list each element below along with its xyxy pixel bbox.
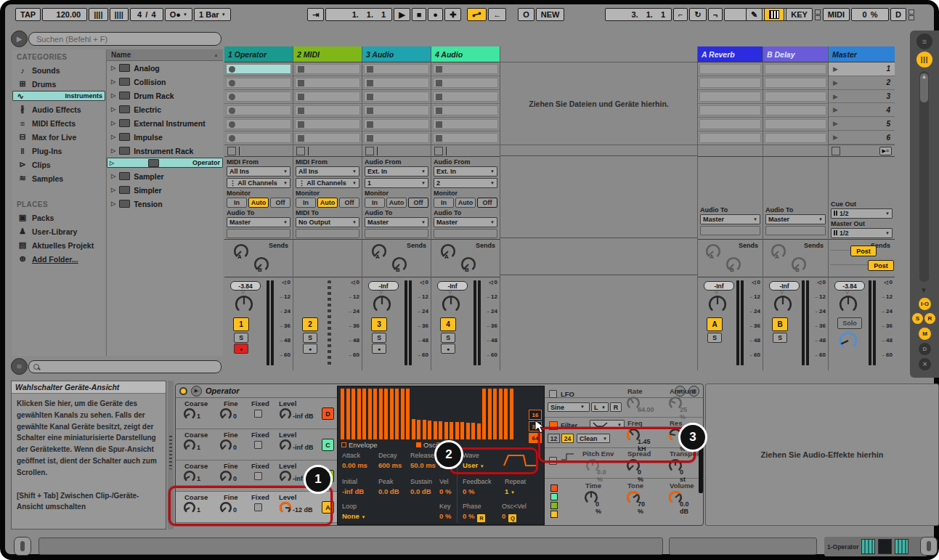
scene-slot[interactable]: ▶1 — [829, 62, 895, 76]
monitor-auto-button[interactable]: Auto — [455, 198, 476, 208]
initial-value[interactable]: -inf dB — [342, 487, 364, 495]
list-item-operator[interactable]: ▷Operator — [107, 158, 223, 168]
show-info-button[interactable] — [14, 537, 31, 556]
clip-launch-square[interactable] — [367, 80, 373, 86]
clip-slot[interactable] — [224, 62, 293, 76]
list-item[interactable]: ▷Sampler — [107, 169, 223, 183]
scroll-down-icon[interactable]: ▼ — [920, 286, 927, 294]
coarse-knob[interactable]: 1 — [183, 439, 200, 452]
sidebar-item-midi-effects[interactable]: ≡MIDI Effects — [12, 116, 105, 130]
harmonic-bar[interactable] — [412, 419, 415, 439]
fine-knob[interactable]: 0 — [219, 439, 237, 452]
arm-button[interactable]: ● — [303, 344, 317, 354]
scrollbar-thumb[interactable]: ▲ — [920, 73, 928, 102]
lfo-amount-knob[interactable]: 25 % — [668, 396, 683, 413]
volume-value[interactable]: -3.84 — [230, 281, 261, 291]
punch-in-button[interactable]: ⌐ — [673, 8, 688, 21]
pan-knob[interactable] — [708, 295, 727, 317]
fixed-checkbox[interactable] — [254, 472, 262, 480]
list-item[interactable]: ▷Simpler — [107, 183, 223, 197]
device-chip[interactable] — [861, 539, 875, 554]
clip-launch-circle[interactable] — [229, 66, 235, 73]
clip-launch-square[interactable] — [436, 94, 442, 100]
oscillator-row-c[interactable]: CoarseFineFixedLevel10-inf dBC — [176, 429, 337, 460]
harmonic-bar[interactable] — [471, 423, 475, 439]
clip-stop-button[interactable] — [434, 147, 443, 155]
monitor-off-button[interactable]: Off — [270, 198, 290, 208]
stop-all-clips-button[interactable]: ▶≡ — [879, 147, 892, 155]
clip-slot[interactable] — [698, 118, 763, 131]
clip-slot[interactable] — [224, 104, 293, 118]
harmonic-bar[interactable] — [395, 389, 399, 439]
track-activator-button[interactable]: 3 — [371, 317, 387, 331]
master-track-header[interactable]: Master — [829, 46, 895, 62]
clip-slot[interactable] — [431, 90, 500, 104]
input-type-select[interactable]: Ext. In▼ — [434, 166, 497, 176]
coarse-knob[interactable]: 1 — [183, 407, 200, 421]
clip-slot[interactable] — [224, 131, 293, 145]
cue-volume-knob[interactable] — [839, 331, 858, 353]
new-button[interactable]: NEW — [536, 8, 565, 21]
device-on-button[interactable] — [179, 387, 187, 395]
device-preview-button[interactable]: ▶ — [191, 386, 202, 397]
crossfade-section-toggle[interactable]: ✕ — [919, 358, 931, 370]
punch-out-button[interactable]: ¬ — [708, 8, 723, 21]
input-channel-select[interactable]: 2▼ — [434, 178, 497, 188]
list-item[interactable]: ▷Electric — [107, 102, 223, 116]
volume-value[interactable]: -Inf — [368, 281, 399, 291]
send-b-knob[interactable]: B — [725, 256, 741, 275]
list-item[interactable]: ▷Impulse — [107, 130, 223, 144]
output-type-select[interactable]: Master▼ — [700, 214, 760, 224]
harmonic-bar[interactable] — [373, 389, 377, 439]
attack-value[interactable]: 0.00 ms — [342, 461, 367, 469]
clip-launch-square[interactable] — [436, 135, 442, 142]
record-button[interactable]: ● — [428, 8, 443, 21]
harmonic-bar[interactable] — [406, 389, 410, 439]
scene-slot[interactable]: ▶4 — [829, 103, 895, 117]
clip-slot[interactable] — [362, 90, 431, 104]
clip-slot[interactable] — [763, 118, 828, 131]
coarse-knob[interactable]: 1 — [183, 470, 200, 483]
browser-collapse-button[interactable]: ≋ — [11, 358, 28, 375]
monitor-auto-button[interactable]: Auto — [248, 198, 269, 208]
clip-slot[interactable] — [763, 76, 828, 90]
master-solo-button[interactable]: Solo — [837, 317, 862, 329]
solo-button[interactable]: S — [372, 333, 386, 343]
loop-button[interactable]: ↻ — [689, 8, 706, 21]
harmonic-bar[interactable] — [466, 423, 470, 439]
stop-button[interactable]: ■ — [412, 8, 427, 21]
send-a-knob[interactable]: A — [233, 243, 249, 262]
play-button[interactable]: ▶ — [394, 8, 410, 21]
clip-launch-square[interactable] — [298, 135, 304, 142]
pan-knob[interactable] — [839, 295, 858, 317]
monitor-auto-button[interactable]: Auto — [386, 198, 407, 208]
harmonic-bar[interactable] — [368, 389, 372, 439]
session-record-button[interactable]: O — [518, 8, 534, 21]
harmonic-bar[interactable] — [351, 389, 355, 439]
sustain-value[interactable]: 0.0 dB — [410, 487, 431, 495]
harmonic-bar[interactable] — [510, 389, 513, 439]
computer-midi-keyboard-button[interactable] — [764, 8, 784, 21]
cue-out-select[interactable]: 1/2▼ — [831, 208, 893, 219]
fine-knob[interactable]: 0 — [219, 470, 237, 483]
return-track-header[interactable]: A Reverb — [698, 46, 763, 62]
solo-button[interactable]: S — [303, 333, 317, 343]
send-a-knob[interactable]: A — [771, 243, 786, 262]
list-item[interactable]: ▷External Instrument — [107, 116, 223, 130]
send-b-knob[interactable]: B — [791, 256, 807, 275]
list-item[interactable]: ▷Analog — [107, 61, 223, 75]
monitor-off-button[interactable]: Off — [408, 198, 428, 208]
tone-knob[interactable]: 70 % — [626, 490, 641, 508]
browser-filter-input[interactable] — [28, 360, 221, 373]
clip-slot[interactable] — [293, 62, 362, 76]
scene-slot[interactable]: ▶6 — [829, 131, 895, 145]
midi-map-button[interactable]: MIDI — [823, 8, 850, 21]
harmonic-bar[interactable] — [482, 389, 486, 439]
track-activator-button[interactable]: 2 — [302, 317, 318, 331]
res-16-button[interactable]: 16 — [529, 410, 542, 420]
scene-launch-icon[interactable]: ▶ — [833, 106, 838, 113]
harmonic-bar[interactable] — [434, 421, 437, 439]
clip-slot[interactable] — [362, 62, 431, 76]
harmonics-bars[interactable] — [341, 389, 527, 439]
harmonic-bar[interactable] — [423, 420, 426, 439]
